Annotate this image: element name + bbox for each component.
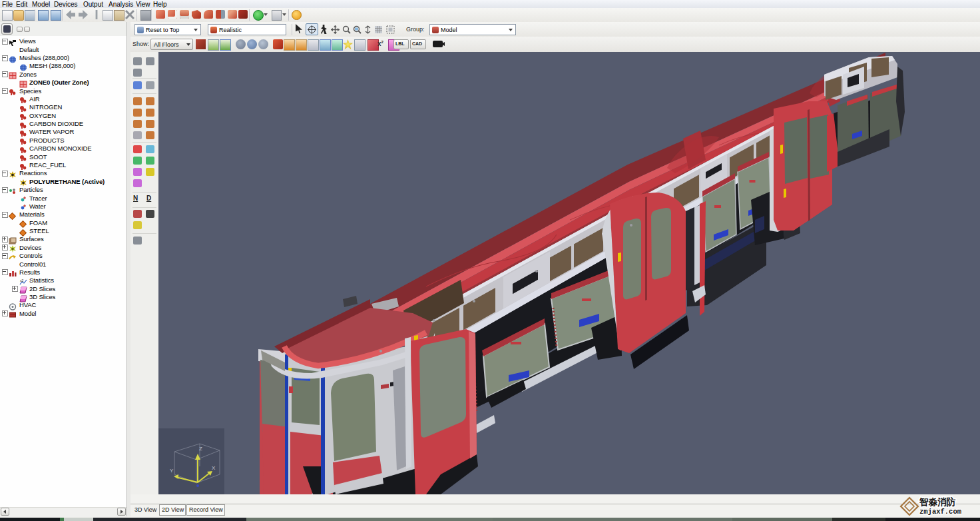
svg-text:Z: Z [199, 446, 202, 452]
svg-text:Y: Y [170, 468, 174, 474]
svg-text:智淼消防: 智淼消防 [919, 496, 956, 507]
svg-text:x2: x2 [20, 278, 24, 282]
svg-text:X: X [212, 465, 216, 471]
svg-text:zmjaxf.com: zmjaxf.com [919, 508, 961, 516]
